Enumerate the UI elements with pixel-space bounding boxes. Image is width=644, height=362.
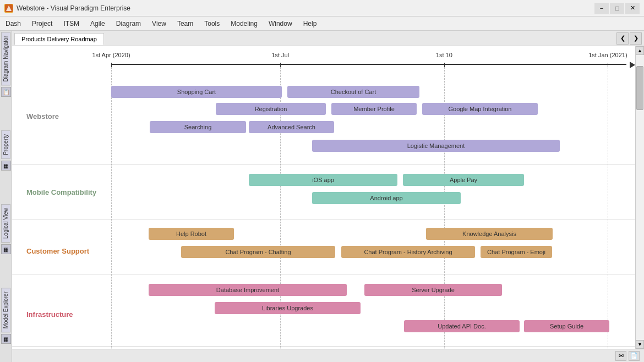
timeline-tick-0 <box>111 63 112 67</box>
menu-bar: DashProjectITSMAgileDiagramViewTeamTools… <box>0 17 644 31</box>
sidebar-icon-4[interactable]: ▦ <box>1 334 11 344</box>
timeline-tick-2 <box>444 63 445 67</box>
diagram-tab[interactable]: Products Delivery Roadmap <box>14 33 104 45</box>
gantt-bar-android-app[interactable]: Android app <box>312 192 461 204</box>
app-icon <box>4 4 13 13</box>
gantt-bar-db-improvement[interactable]: Database Improvement <box>149 284 347 296</box>
swimlane-label-customer: Customer Support <box>26 247 89 255</box>
minimize-button[interactable]: − <box>594 3 609 14</box>
close-button[interactable]: ✕ <box>625 3 640 14</box>
timeline-marker-0: 1st Apr (2020) <box>92 52 130 58</box>
timeline-marker-1: 1st Jul <box>271 52 289 58</box>
menu-item-team[interactable]: Team <box>172 18 199 30</box>
menu-item-window[interactable]: Window <box>263 18 298 30</box>
timeline-dash-3 <box>608 67 608 349</box>
scroll-track[interactable] <box>636 55 644 340</box>
sidebar-tab-diagram-navigator[interactable]: Diagram Navigator <box>1 32 10 85</box>
swimlane-label-mobile: Mobile Compatibility <box>26 188 96 196</box>
sidebar-tab-logical-view[interactable]: Logical View <box>1 204 10 243</box>
gantt-bar-updated-api[interactable]: Updated API Doc. <box>404 320 520 332</box>
swimlane-label-infrastructure: Infrastructure <box>26 310 73 319</box>
sidebar-tab-property[interactable]: Property <box>1 130 10 159</box>
gantt-bar-knowledge-analysis[interactable]: Knowledge Analysis <box>426 228 553 240</box>
menu-item-project[interactable]: Project <box>26 18 58 30</box>
gantt-bar-chat-history[interactable]: Chat Program - History Archiving <box>341 246 475 258</box>
swimlane-customer-border <box>12 275 635 275</box>
swimlane-webstore-border <box>12 164 635 165</box>
gantt-bar-libraries-upgrades[interactable]: Libraries Upgrades <box>215 302 361 314</box>
gantt-bar-checkout-cart[interactable]: Checkout of Cart <box>287 86 419 98</box>
timeline-tick-1 <box>280 63 281 67</box>
sidebar-icon-2[interactable]: ▦ <box>1 161 11 171</box>
gantt-bar-logistic-mgmt[interactable]: Logistic Management <box>312 140 560 152</box>
tab-bar: Products Delivery Roadmap ❮ ❯ <box>12 31 644 46</box>
timeline-axis <box>111 64 626 65</box>
sidebar-tab-model-explorer[interactable]: Model Explorer <box>1 288 10 332</box>
gantt-bar-member-profile[interactable]: Member Profile <box>331 103 417 115</box>
gantt-bar-advanced-search[interactable]: Advanced Search <box>249 121 334 133</box>
scroll-down-button[interactable]: ▼ <box>636 340 644 349</box>
swimlane-infra-border <box>12 346 635 347</box>
scroll-up-button[interactable]: ▲ <box>636 46 644 55</box>
bottom-bar: ✉ 📄 <box>12 349 644 362</box>
window-title: Webstore - Visual Paradigm Enterprise <box>17 4 594 12</box>
scrollbar-right[interactable]: ▲ ▼ <box>635 46 644 349</box>
gantt-bar-setup-guide[interactable]: Setup Guide <box>524 320 609 332</box>
timeline-tick-3 <box>608 63 608 67</box>
menu-item-tools[interactable]: Tools <box>199 18 225 30</box>
menu-item-itsm[interactable]: ITSM <box>58 18 85 30</box>
gantt-bar-ios-app[interactable]: iOS app <box>249 174 397 186</box>
timeline-marker-3: 1st Jan (2021) <box>588 52 627 58</box>
sidebar-icon-1[interactable]: 📋 <box>1 87 11 97</box>
gantt-bar-google-map[interactable]: Google Map Integration <box>422 103 538 115</box>
menu-item-dash[interactable]: Dash <box>0 18 26 30</box>
gantt-bar-server-upgrade[interactable]: Server Upgrade <box>364 284 502 296</box>
menu-item-diagram[interactable]: Diagram <box>111 18 146 30</box>
gantt-bar-registration[interactable]: Registration <box>216 103 326 115</box>
tab-forward-button[interactable]: ❯ <box>630 32 642 45</box>
gantt-bar-shopping-cart[interactable]: Shopping Cart <box>111 86 282 98</box>
gantt-bar-help-robot[interactable]: Help Robot <box>149 228 234 240</box>
gantt-bar-chat-chatting[interactable]: Chat Program - Chatting <box>181 246 335 258</box>
timeline-arrow <box>630 62 635 68</box>
timeline-dash-0 <box>111 67 112 349</box>
gantt-bar-apple-pay[interactable]: Apple Pay <box>403 174 524 186</box>
left-sidebar: Diagram Navigator 📋 Property ▦ Logical V… <box>0 31 12 362</box>
swimlane-mobile-border <box>12 220 635 220</box>
gantt-bar-searching[interactable]: Searching <box>150 121 246 133</box>
menu-item-modeling[interactable]: Modeling <box>225 18 263 30</box>
timeline-marker-2: 1st 10 <box>436 52 452 58</box>
scroll-thumb[interactable] <box>636 66 643 110</box>
swimlane-label-webstore: Webstore <box>26 112 59 120</box>
maximize-button[interactable]: □ <box>610 3 624 14</box>
title-bar: Webstore - Visual Paradigm Enterprise − … <box>0 0 644 17</box>
menu-item-help[interactable]: Help <box>298 18 323 30</box>
bottom-icon-mail[interactable]: ✉ <box>615 351 626 361</box>
bottom-icon-export[interactable]: 📄 <box>629 351 640 361</box>
sidebar-icon-3[interactable]: ▦ <box>1 244 11 254</box>
diagram-canvas: Webstore Mobile Compatibility Customer S… <box>12 46 635 349</box>
tab-label: Products Delivery Roadmap <box>21 36 97 42</box>
gantt-bar-chat-emoji[interactable]: Chat Program - Emoji <box>481 246 552 258</box>
menu-item-view[interactable]: View <box>146 18 172 30</box>
tab-back-button[interactable]: ❮ <box>616 32 629 45</box>
menu-item-agile[interactable]: Agile <box>85 18 111 30</box>
